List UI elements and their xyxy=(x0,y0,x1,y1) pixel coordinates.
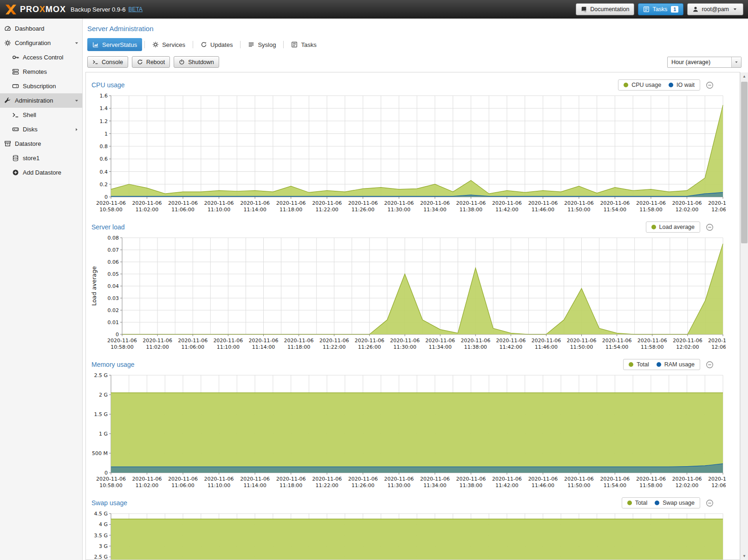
svg-text:11:30:00: 11:30:00 xyxy=(388,482,410,488)
svg-text:2020-11-06: 2020-11-06 xyxy=(425,338,455,344)
svg-text:4.5 G: 4.5 G xyxy=(94,511,108,517)
sidebar-item-shell[interactable]: Shell xyxy=(0,108,82,122)
legend-item-cpu-usage[interactable]: CPU usage xyxy=(624,82,661,88)
svg-text:0.05: 0.05 xyxy=(108,271,119,277)
svg-text:11:50:00: 11:50:00 xyxy=(570,344,593,350)
reboot-button[interactable]: Reboot xyxy=(132,56,170,68)
svg-text:2020-11-06: 2020-11-06 xyxy=(672,476,702,482)
svg-text:11:38:00: 11:38:00 xyxy=(460,482,482,488)
svg-text:2020-11-06: 2020-11-06 xyxy=(637,338,667,344)
legend-item-total[interactable]: Total xyxy=(629,361,649,368)
legend-item-total[interactable]: Total xyxy=(627,500,647,506)
tab-tasks[interactable]: Tasks xyxy=(286,38,321,51)
memory-usage-panel: Memory usage Total RAM usage 0500 M1 G1.… xyxy=(90,358,736,491)
panel-title: Swap usage xyxy=(91,499,127,507)
chart-area-icon xyxy=(92,41,99,48)
svg-text:11:14:00: 11:14:00 xyxy=(252,344,275,350)
svg-text:2 G: 2 G xyxy=(99,392,108,398)
scroll-thumb[interactable] xyxy=(741,82,748,243)
svg-text:10:58:00: 10:58:00 xyxy=(99,207,122,213)
legend-dot xyxy=(655,501,659,505)
svg-text:2020-11-06: 2020-11-06 xyxy=(492,200,522,206)
svg-text:2020-11-06: 2020-11-06 xyxy=(636,476,666,482)
svg-text:11:06:00: 11:06:00 xyxy=(171,482,194,488)
svg-text:11:50:00: 11:50:00 xyxy=(567,207,590,213)
sidebar-item-administration[interactable]: Administration xyxy=(0,93,82,108)
sidebar-item-disks[interactable]: Disks xyxy=(0,122,82,137)
sidebar-navigation: Dashboard Configuration Access Control R… xyxy=(0,19,83,560)
svg-text:11:10:00: 11:10:00 xyxy=(208,207,230,213)
svg-text:1 G: 1 G xyxy=(99,431,108,437)
svg-text:12:06:00: 12:06:00 xyxy=(711,344,726,350)
console-button[interactable]: Console xyxy=(87,56,128,68)
sidebar-item-configuration[interactable]: Configuration xyxy=(0,36,82,50)
legend-dot xyxy=(627,501,632,505)
chevron-down-icon xyxy=(734,59,739,65)
user-icon xyxy=(692,6,699,13)
svg-text:2020-11-06: 2020-11-06 xyxy=(96,200,126,206)
svg-text:2020-11-06: 2020-11-06 xyxy=(708,200,726,206)
proxmox-logo: PROXMOX xyxy=(5,4,66,15)
svg-text:11:06:00: 11:06:00 xyxy=(171,207,194,213)
brand-text: PROXMOX xyxy=(20,5,66,14)
memory-usage-chart: 0500 M1 G1.5 G2 G2.5 G2020-11-0610:58:00… xyxy=(90,371,726,491)
legend-dot xyxy=(629,362,633,367)
sidebar-item-datastore[interactable]: Datastore xyxy=(0,137,82,151)
collapse-panel-button[interactable] xyxy=(706,223,714,231)
tab-updates[interactable]: Updates xyxy=(195,38,238,51)
product-version-label: Backup Server 0.9-6 xyxy=(71,6,126,13)
legend-item-ram-usage[interactable]: RAM usage xyxy=(657,361,695,368)
svg-text:11:26:00: 11:26:00 xyxy=(351,482,374,488)
tasks-button[interactable]: Tasks 1 xyxy=(638,3,683,15)
tab-services[interactable]: Services xyxy=(147,38,190,51)
legend-dot xyxy=(651,225,656,229)
panel-title: Memory usage xyxy=(91,361,135,368)
svg-text:2020-11-06: 2020-11-06 xyxy=(420,476,450,482)
timerange-select[interactable]: Hour (average) xyxy=(667,57,741,68)
svg-text:2020-11-06: 2020-11-06 xyxy=(240,200,270,206)
sidebar-item-access-control[interactable]: Access Control xyxy=(0,50,82,65)
documentation-button[interactable]: Documentation xyxy=(576,3,634,15)
legend-item-swap-usage[interactable]: Swap usage xyxy=(655,500,695,506)
legend-dot xyxy=(669,83,673,87)
chevron-right-icon[interactable] xyxy=(73,126,80,133)
tab-separator xyxy=(144,41,145,48)
vertical-scrollbar[interactable]: ▲ ▼ xyxy=(740,72,748,560)
collapse-panel-button[interactable] xyxy=(706,361,714,369)
chevron-down-icon[interactable] xyxy=(73,40,80,46)
wrench-icon xyxy=(4,97,11,104)
svg-text:2020-11-06: 2020-11-06 xyxy=(355,338,384,344)
tab-serverstatus[interactable]: ServerStatus xyxy=(87,38,142,51)
chevron-down-icon[interactable] xyxy=(73,98,80,104)
shutdown-button[interactable]: Shutdown xyxy=(174,56,219,68)
refresh-icon xyxy=(201,41,207,48)
sidebar-item-subscription[interactable]: Subscription xyxy=(0,79,82,93)
user-menu-button[interactable]: root@pam xyxy=(687,3,743,15)
collapse-panel-button[interactable] xyxy=(706,81,714,89)
svg-text:11:30:00: 11:30:00 xyxy=(388,207,410,213)
beta-link[interactable]: BETA xyxy=(129,6,143,13)
chevron-down-icon xyxy=(732,6,738,13)
sidebar-item-remotes[interactable]: Remotes xyxy=(0,65,82,79)
tab-separator xyxy=(240,41,241,48)
legend-item-load-average[interactable]: Load average xyxy=(651,224,695,230)
plus-circle-icon xyxy=(12,169,19,176)
book-icon xyxy=(581,6,587,13)
combo-trigger[interactable] xyxy=(731,57,741,67)
sidebar-item-add-datastore[interactable]: Add Datastore xyxy=(0,165,82,180)
sidebar-item-store1[interactable]: store1 xyxy=(0,151,82,165)
svg-text:11:58:00: 11:58:00 xyxy=(641,344,663,350)
scroll-down-button[interactable]: ▼ xyxy=(741,552,748,560)
swap-usage-chart: 0500 M1 G1.5 G2 G2.5 G3 G3.5 G4 G4.5 G20… xyxy=(90,510,726,560)
sidebar-item-dashboard[interactable]: Dashboard xyxy=(0,21,82,36)
svg-text:11:26:00: 11:26:00 xyxy=(351,207,374,213)
svg-text:11:46:00: 11:46:00 xyxy=(532,207,554,213)
svg-text:2020-11-06: 2020-11-06 xyxy=(456,200,486,206)
svg-text:2020-11-06: 2020-11-06 xyxy=(600,476,630,482)
tab-syslog[interactable]: Syslog xyxy=(243,38,281,51)
legend-item-io-wait[interactable]: IO wait xyxy=(669,82,695,88)
svg-text:11:42:00: 11:42:00 xyxy=(500,344,522,350)
svg-text:2020-11-06: 2020-11-06 xyxy=(531,338,561,344)
scroll-up-button[interactable]: ▲ xyxy=(741,72,748,80)
collapse-panel-button[interactable] xyxy=(706,499,714,507)
